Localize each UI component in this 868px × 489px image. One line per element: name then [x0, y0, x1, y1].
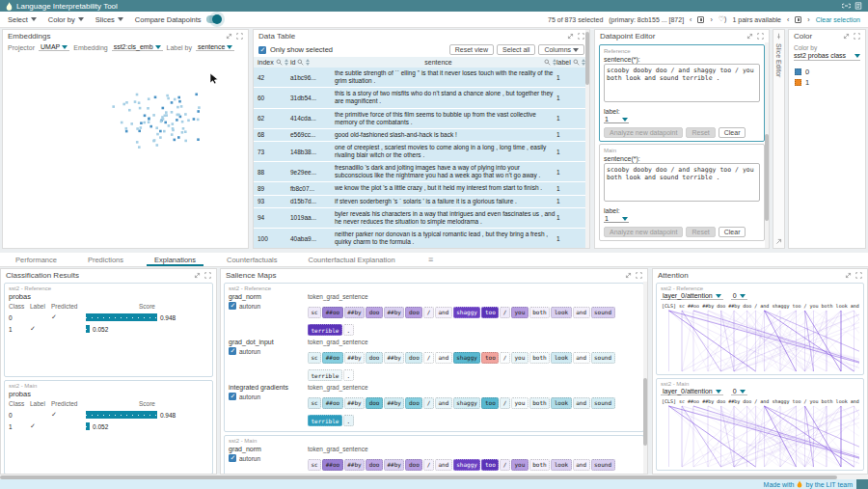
legend-swatch — [795, 68, 801, 75]
only-show-selected-checkbox[interactable] — [258, 46, 266, 54]
tab-predictions[interactable]: Predictions — [72, 253, 139, 266]
search-icon[interactable] — [297, 59, 304, 66]
table-row[interactable]: 941019aa...byler reveals his characters … — [254, 208, 589, 228]
projector-select[interactable]: UMAP — [39, 43, 69, 51]
head-select[interactable]: 0 — [731, 292, 747, 300]
cell-index: 88 — [258, 169, 290, 176]
reset-button[interactable]: Reset — [686, 127, 715, 138]
sort-icon[interactable] — [306, 59, 310, 66]
analyze-new-datapoint-button[interactable]: Analyze new datapoint — [604, 227, 683, 237]
tab-explanations[interactable]: Explanations — [139, 253, 211, 266]
colorby-select[interactable]: sst2 probas class — [794, 52, 860, 61]
embedding-select[interactable]: sst2:cls_emb — [112, 43, 163, 51]
sentence-textarea[interactable]: scooby dooby doo / and shaggy too / you … — [604, 163, 760, 202]
minimize-icon[interactable] — [843, 33, 850, 40]
minimize-icon[interactable] — [226, 33, 232, 40]
maximize-icon[interactable] — [855, 272, 862, 279]
slices-menu[interactable]: Slices — [95, 15, 123, 24]
minimize-icon[interactable] — [625, 272, 632, 279]
embedding-label: Embedding — [73, 44, 107, 51]
minimize-icon[interactable] — [567, 33, 574, 40]
next-pair-button[interactable]: › — [807, 16, 809, 23]
select-all-button[interactable]: Select all — [497, 44, 535, 55]
minimize-icon[interactable] — [194, 272, 201, 279]
search-icon[interactable] — [544, 59, 551, 66]
tab-performance[interactable]: Performance — [0, 253, 72, 266]
maximize-icon[interactable] — [204, 272, 211, 279]
next-datapoint-button[interactable]: › — [710, 16, 712, 23]
prev-datapoint-button[interactable]: ‹ — [690, 16, 692, 23]
salience-method: grad_dot_inputautorun — [229, 339, 308, 382]
reset-view-button[interactable]: Reset view — [449, 44, 494, 55]
column-header-index[interactable]: index — [258, 59, 290, 66]
layer-select[interactable]: layer_0/attention — [661, 388, 723, 395]
head-select[interactable]: 0 — [731, 388, 747, 395]
salience-token: shaggy — [453, 352, 481, 364]
autorun-checkbox[interactable] — [229, 454, 236, 462]
salience-token: doo — [405, 307, 422, 318]
probas-header: ClassLabelPredictedScore — [9, 400, 208, 407]
docs-icon[interactable] — [854, 2, 862, 10]
layer-select[interactable]: layer_0/attention — [661, 292, 723, 300]
clear-button[interactable]: Clear — [719, 127, 746, 138]
autorun-checkbox[interactable] — [229, 393, 236, 400]
maximize-icon[interactable] — [578, 33, 584, 40]
splitter-drag-handle[interactable]: ≡ — [428, 256, 433, 264]
search-icon[interactable] — [573, 59, 580, 66]
columns-button[interactable]: Columns — [538, 44, 584, 55]
pin-datapoint-icon[interactable] — [697, 16, 704, 23]
salience-token: ##by — [384, 352, 404, 364]
pair-select-icon[interactable] — [795, 16, 801, 23]
table-row[interactable]: 62414cda...the primitive force of this f… — [254, 109, 589, 128]
color-by-menu[interactable]: Color by — [48, 15, 84, 24]
column-header-label[interactable]: label — [556, 59, 585, 66]
table-row[interactable]: 6031db54...this is a story of two misfit… — [254, 88, 589, 107]
toggle-switch[interactable] — [206, 15, 221, 23]
label-select[interactable]: 1 — [604, 116, 629, 123]
salience-token: both — [529, 459, 550, 471]
salience-method: grad_normautorun — [229, 293, 308, 337]
table-row[interactable]: 89fb8c07...we know the plot 's a little … — [254, 182, 589, 194]
select-menu[interactable]: Select — [8, 15, 37, 24]
column-header-id[interactable]: id — [290, 59, 335, 66]
salience-scrollbar[interactable] — [643, 378, 647, 446]
minimize-icon[interactable] — [746, 33, 753, 40]
table-row[interactable]: 93d15b7d...if steven soderbergh 's ` sol… — [254, 196, 589, 207]
sentence-textarea[interactable]: scooby dooby doo / and shaggy too / you … — [604, 64, 760, 102]
editor-scrollbar[interactable] — [765, 134, 769, 221]
maximize-icon[interactable] — [636, 272, 642, 279]
table-row[interactable]: 889e29ee...fresnadillo 's dark and jolti… — [254, 162, 589, 181]
link-icon[interactable] — [842, 2, 851, 10]
clear-selection-link[interactable]: Clear selection — [816, 16, 860, 23]
pin-icon[interactable] — [775, 33, 782, 40]
horizontal-scrollbar-thumb[interactable] — [0, 475, 837, 479]
sort-icon[interactable] — [285, 59, 288, 66]
labelby-select[interactable]: sentence — [196, 43, 234, 51]
table-row[interactable]: 73148b38...one of creepiest , scariest m… — [254, 142, 589, 161]
search-icon[interactable] — [276, 59, 283, 66]
table-row[interactable]: 42a1bc96...the subtle strength of `` ell… — [254, 68, 589, 87]
label-select[interactable]: 1 — [604, 215, 629, 223]
minimize-icon[interactable] — [845, 272, 852, 279]
expand-icon[interactable] — [775, 238, 782, 245]
maximize-icon[interactable] — [236, 33, 243, 40]
maximize-icon[interactable] — [854, 33, 860, 40]
table-row[interactable]: 68e569cc...good old-fashioned slash-and-… — [254, 129, 589, 141]
analyze-new-datapoint-button[interactable]: Analyze new datapoint — [604, 127, 683, 138]
prev-pair-button[interactable]: ‹ — [787, 16, 789, 23]
autorun-checkbox[interactable] — [229, 347, 236, 355]
table-row[interactable]: 10040aba9...neither parker nor donovan i… — [254, 229, 589, 248]
favorite-icon[interactable]: ♡) — [719, 15, 727, 23]
maximize-icon[interactable] — [757, 33, 764, 40]
tab-counterfactual-explanation[interactable]: Counterfactual Explanation — [293, 253, 411, 266]
tab-counterfactuals[interactable]: Counterfactuals — [211, 253, 293, 266]
column-header-sentence[interactable]: sentence — [335, 59, 556, 66]
table-scrollbar[interactable] — [585, 32, 589, 85]
salience-token: both — [529, 397, 550, 409]
salience-method: integrated gradientsautorun — [229, 384, 308, 427]
compare-datapoints-toggle[interactable]: Compare Datapoints — [135, 15, 221, 24]
reset-button[interactable]: Reset — [686, 227, 715, 237]
clear-button[interactable]: Clear — [719, 227, 746, 237]
autorun-checkbox[interactable] — [229, 302, 236, 310]
slice-editor-collapsed[interactable]: Slice Editor — [773, 29, 785, 249]
